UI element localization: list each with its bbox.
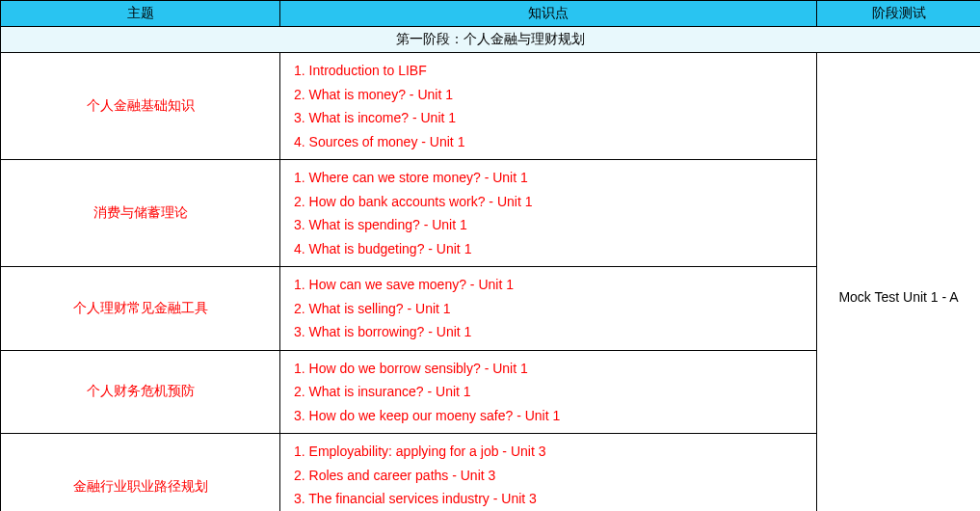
curriculum-table: 主题 知识点 阶段测试 第一阶段：个人金融与理财规划 个人金融基础知识1. In…	[0, 0, 980, 511]
knowledge-point: 3. What is borrowing? - Unit 1	[294, 320, 803, 344]
topic-cell: 消费与储蓄理论	[1, 160, 280, 267]
knowledge-point: 1. Introduction to LIBF	[294, 59, 803, 83]
knowledge-cell: 1. Employability: applying for a job - U…	[280, 434, 817, 512]
knowledge-cell: 1. How can we save moeny? - Unit 12. Wha…	[280, 267, 817, 351]
knowledge-point: 2. What is selling? - Unit 1	[294, 297, 803, 321]
header-test: 阶段测试	[817, 1, 981, 27]
knowledge-point: 3. What is income? - Unit 1	[294, 106, 803, 130]
knowledge-point: 1. Where can we store money? - Unit 1	[294, 166, 803, 190]
test-cell: Mock Test Unit 1 - A	[817, 53, 981, 512]
knowledge-point: 1. Employability: applying for a job - U…	[294, 440, 803, 464]
knowledge-point: 4. Sources of money - Unit 1	[294, 130, 803, 154]
knowledge-point: 3. What is spending? - Unit 1	[294, 213, 803, 237]
table-body: 第一阶段：个人金融与理财规划 个人金融基础知识1. Introduction t…	[1, 27, 981, 512]
knowledge-cell: 1. Introduction to LIBF2. What is money?…	[280, 53, 817, 160]
topic-cell: 金融行业职业路径规划	[1, 434, 280, 512]
knowledge-point: 2. What is money? - Unit 1	[294, 83, 803, 107]
knowledge-point: 2. What is insurance? - Unit 1	[294, 380, 803, 404]
topic-cell: 个人理财常见金融工具	[1, 267, 280, 351]
knowledge-point: 3. How do we keep our moeny safe? - Unit…	[294, 404, 803, 428]
header-knowledge: 知识点	[280, 1, 817, 27]
knowledge-point: 4. What is budgeting? - Unit 1	[294, 237, 803, 261]
knowledge-point: 1. How can we save moeny? - Unit 1	[294, 273, 803, 297]
knowledge-cell: 1. Where can we store money? - Unit 12. …	[280, 160, 817, 267]
stage-row: 第一阶段：个人金融与理财规划	[1, 27, 981, 53]
knowledge-point: 2. Roles and career paths - Unit 3	[294, 464, 803, 488]
knowledge-point: 1. How do we borrow sensibly? - Unit 1	[294, 357, 803, 381]
stage-title: 第一阶段：个人金融与理财规划	[1, 27, 981, 53]
header-topic: 主题	[1, 1, 280, 27]
topic-cell: 个人金融基础知识	[1, 53, 280, 160]
knowledge-point: 3. The financial services industry - Uni…	[294, 487, 803, 511]
topic-cell: 个人财务危机预防	[1, 350, 280, 434]
knowledge-point: 2. How do bank accounts work? - Unit 1	[294, 190, 803, 214]
table-row: 个人金融基础知识1. Introduction to LIBF2. What i…	[1, 53, 981, 160]
header-row: 主题 知识点 阶段测试	[1, 1, 981, 27]
knowledge-cell: 1. How do we borrow sensibly? - Unit 12.…	[280, 350, 817, 434]
